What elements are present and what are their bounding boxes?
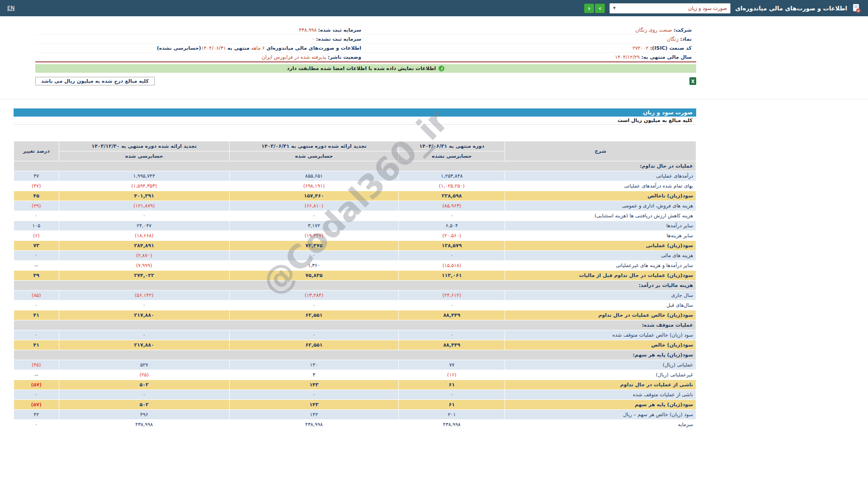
amount-cell: ۲۰۱ xyxy=(399,410,505,420)
report-period-ending-text: منتهی به xyxy=(227,45,250,51)
amount-cell: (۱۹,۳۴۷) xyxy=(229,231,398,241)
statement-row: سود (زیان) خالص عملیات متوقف شده۰۰۰۰ xyxy=(14,330,696,340)
statement-row: سال جاری(۲۴,۶۱۲)(۱۳,۲۸۴)(۵۶,۱۴۲)(۸۵) xyxy=(14,291,696,300)
row-label: سود(زیان) ناخالص xyxy=(505,191,696,201)
amount-cell: ۷۷ xyxy=(399,360,505,370)
amount-cell: ۰ xyxy=(59,211,229,221)
amount-cell: ۵۲۷ xyxy=(59,360,229,370)
company-info-row: سال مالی منتهی به: ۱۴۰۴/۱۲/۲۹ وضعیت ناشر… xyxy=(35,53,696,62)
report-period-text: اطلاعات و صورت‌های مالی میاندوره‌ای xyxy=(266,45,361,51)
company-info-section: شرکت: صنعت روی زنگان سرمایه ثبت شده: ۴۳۸… xyxy=(35,26,696,62)
nav-forward-button[interactable]: › xyxy=(595,4,605,13)
row-label: سرمایه xyxy=(505,420,696,430)
signed-match-notice: i اطلاعات نمایش داده شده با اطلاعات امضا… xyxy=(35,64,696,73)
amount-cell: ۰ xyxy=(399,390,505,400)
row-label: سود(زیان) عملیاتی xyxy=(505,241,696,251)
amount-cell: ۸۵۵,۶۵۱ xyxy=(229,171,398,181)
statement-row: بهای تمام شده درآمدهای عملیاتی(۱,۰۲۵,۲۵۰… xyxy=(14,181,696,191)
amount-cell: ۰ xyxy=(59,390,229,400)
audit-status-audited-1: حسابرسی شده xyxy=(229,151,398,161)
statement-section: @Codal360_ir صورت سود و زیان کلیه مبالغ … xyxy=(14,108,696,430)
row-label: بهای تمام شده درآمدهای عملیاتی xyxy=(505,181,696,191)
row-label: سود(زیان) پایه هر سهم xyxy=(505,400,696,410)
row-label: سایر هزینه‌ها xyxy=(505,231,696,241)
statement-row: هزینه های مالی۰۰(۲,۸۷۰)۰ xyxy=(14,251,696,261)
language-en-link[interactable]: EN xyxy=(7,5,15,11)
amount-cell: ۶۱ xyxy=(399,400,505,410)
percent-change-cell: -- xyxy=(14,370,59,380)
amount-cell: ۰ xyxy=(229,300,398,310)
amount-cell: ۰ xyxy=(59,330,229,340)
amount-cell: ۲۱۷,۸۸۰ xyxy=(59,340,229,350)
amount-cell: (۲۵) xyxy=(59,370,229,380)
percent-change-cell: ۴۹ xyxy=(14,271,59,281)
amount-cell: ۱,۳۶۰ xyxy=(229,261,398,271)
unregistered-capital-value: ۰ xyxy=(312,36,315,42)
amount-cell: ۶,۵۰۴ xyxy=(399,221,505,231)
subtotal-row: سود(زیان) عملیاتی۱۲۸,۵۷۹۷۴,۴۷۵۲۸۴,۸۹۱۷۳ xyxy=(14,241,696,251)
registered-capital-value: ۴۳۸,۹۹۸ xyxy=(299,27,316,33)
amount-cell: ۷۵,۸۳۵ xyxy=(229,271,398,281)
percent-change-cell: ۰ xyxy=(14,390,59,400)
symbol-value: زنگان xyxy=(667,36,679,42)
amount-cell: ۰ xyxy=(399,330,505,340)
amount-cell: ۱۱۳,۰۶۱ xyxy=(399,271,505,281)
amount-cell: ۲۱۷,۸۸۰ xyxy=(59,310,229,320)
row-label: سود (زیان) خالص عملیات متوقف شده xyxy=(505,330,696,340)
company-name-value: صنعت روی زنگان xyxy=(636,27,672,33)
amount-cell: (۶۶,۸۱۰) xyxy=(229,201,398,211)
percent-change-cell: ۰ xyxy=(14,420,59,430)
chevron-down-icon: ▼ xyxy=(613,6,615,10)
amount-cell: (۶۹۸,۱۹۱) xyxy=(229,181,398,191)
amount-cell: ۱۴۳ xyxy=(229,400,398,410)
amount-cell: (۷,۹۹۹) xyxy=(59,261,229,271)
percent-change-cell: (۶) xyxy=(14,231,59,241)
amount-cell: ۲۲۸,۵۹۸ xyxy=(399,191,505,201)
excel-export-icon[interactable]: X xyxy=(689,77,696,85)
amount-cell: ۲۴,۰۴۷ xyxy=(59,221,229,231)
amount-cell: (۸۵,۹۶۳) xyxy=(399,201,505,211)
col-header-restated-halfyear: تجدید ارائه شده دوره منتهی به ۱۴۰۳/۰۶/۳۱ xyxy=(229,141,398,151)
publisher-status-label: وضعیت ناشر: xyxy=(328,54,361,60)
percent-change-cell: (۴۷) xyxy=(14,181,59,191)
statement-table: شرح دوره منتهی به ۱۴۰۴/۰۶/۳۱ تجدید ارائه… xyxy=(14,141,696,430)
app-icon[interactable] xyxy=(852,4,861,13)
row-label: ناشی از عملیات متوقف شده xyxy=(505,390,696,400)
statement-row: عملیاتی (ریال)۷۷۱۴۰۵۲۷(۴۵) xyxy=(14,360,696,370)
percent-change-cell: ۴۷ xyxy=(14,171,59,181)
amount-cell: ۸۸,۴۴۹ xyxy=(399,310,505,320)
row-label: عملیاتی (ریال) xyxy=(505,360,696,370)
row-label: غیرعملیاتی (ریال) xyxy=(505,370,696,380)
subtotal-row: سود(زیان) پایه هر سهم۶۱۱۴۳۵۰۲(۵۷) xyxy=(14,400,696,410)
amount-cell: (۲,۸۷۰) xyxy=(59,251,229,261)
percent-change-cell: ۴۲ xyxy=(14,410,59,420)
statement-row: سایر درآمدها و هزینه های غیرعملیاتی(۱۵,۵… xyxy=(14,261,696,271)
amount-cell: ۵۰۲ xyxy=(59,380,229,390)
report-period-length: ۶ ماهه xyxy=(251,45,264,51)
subtotal-row: سود(زیان) خالص۸۸,۴۴۹۶۲,۵۵۱۲۱۷,۸۸۰۴۱ xyxy=(14,340,696,350)
amount-cell: ۱,۹۹۵,۷۴۴ xyxy=(59,171,229,181)
amount-cell: ۰ xyxy=(229,330,398,340)
statement-row: درآمدهای عملیاتی۱,۲۵۳,۸۴۸۸۵۵,۶۵۱۱,۹۹۵,۷۴… xyxy=(14,171,696,181)
col-header-current-period: دوره منتهی به ۱۴۰۴/۰۶/۳۱ xyxy=(399,141,505,151)
page: { "topbar": { "title": "اطلاعات و صورت‌ه… xyxy=(0,0,868,488)
amount-cell: ۱۴۰ xyxy=(229,360,398,370)
amount-cell: ۰ xyxy=(229,211,398,221)
amount-cell: ۴۰۱,۳۹۱ xyxy=(59,191,229,201)
amount-cell: ۰ xyxy=(399,211,505,221)
amount-cell: (۱۳,۲۸۴) xyxy=(229,291,398,300)
amount-cell: (۲۴,۶۱۲) xyxy=(399,291,505,300)
percent-change-cell: ۱۰۵ xyxy=(14,221,59,231)
amount-cell: ۱,۲۵۳,۸۴۸ xyxy=(399,171,505,181)
amount-cell: (۱۶) xyxy=(399,370,505,380)
page-separator xyxy=(0,99,868,99)
isic-code-value: ۲۷۲۰۰۲ xyxy=(632,45,648,51)
report-period-date: ۱۴۰۴/۰۶/۳۱ xyxy=(201,45,226,51)
percent-change-cell: (۸۵) xyxy=(14,291,59,300)
amount-cell: ۴۹۶ xyxy=(59,410,229,420)
statement-type-select[interactable]: صورت سود و زیان ▼ xyxy=(609,3,731,14)
nav-back-button[interactable]: ‹ xyxy=(584,4,594,13)
col-header-description: شرح xyxy=(505,141,696,161)
statement-row: غیرعملیاتی (ریال)(۱۶)۳(۲۵)-- xyxy=(14,370,696,380)
subtotal-row: سود(زیان) خالص عملیات در حال تداوم۸۸,۴۴۹… xyxy=(14,310,696,320)
